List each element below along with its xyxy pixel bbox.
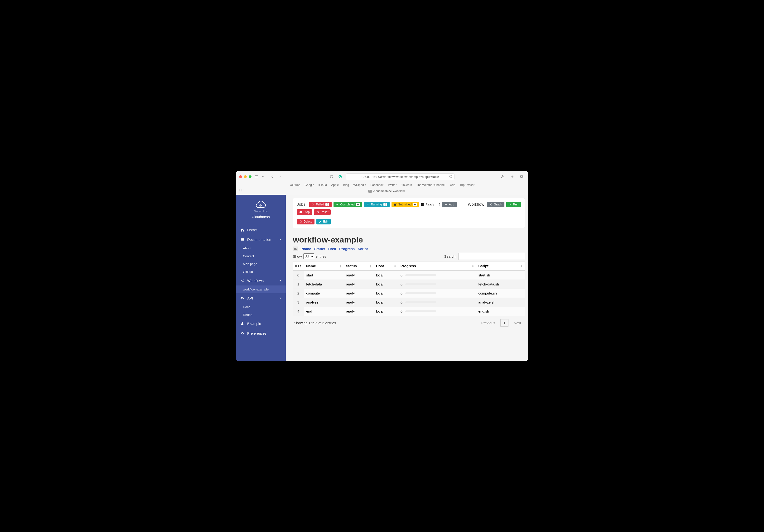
failed-button[interactable]: Failed0 bbox=[309, 201, 332, 207]
column-header[interactable]: Name▲▼ bbox=[304, 261, 343, 271]
nav-about[interactable]: About bbox=[236, 244, 286, 252]
column-link[interactable]: Progress bbox=[339, 247, 355, 251]
nav-documentation[interactable]: Documentation▼ bbox=[236, 235, 286, 244]
nav-workflows[interactable]: Workflows▼ bbox=[236, 276, 286, 286]
nav-docs[interactable]: Docs bbox=[236, 303, 286, 311]
nav-manpage[interactable]: Man page bbox=[236, 260, 286, 268]
show-label: Show bbox=[293, 254, 302, 258]
table-row: 0startreadylocal0start.sh bbox=[293, 271, 525, 280]
cell-progress: 0 bbox=[398, 271, 476, 280]
bookmark-link[interactable]: Facebook bbox=[370, 183, 383, 187]
nav-contact[interactable]: Contact bbox=[236, 252, 286, 260]
gear-icon bbox=[240, 332, 244, 335]
nav-api[interactable]: API▼ bbox=[236, 293, 286, 303]
column-header[interactable]: Script▲▼ bbox=[476, 261, 525, 271]
column-header[interactable]: Progress▲▼ bbox=[398, 261, 476, 271]
column-header[interactable]: Status▲▼ bbox=[343, 261, 374, 271]
bookmark-link[interactable]: Apple bbox=[331, 183, 339, 187]
home-icon bbox=[240, 228, 244, 232]
column-link[interactable]: Status bbox=[314, 247, 325, 251]
back-button[interactable] bbox=[269, 174, 275, 179]
nav-github[interactable]: GitHub bbox=[236, 268, 286, 276]
previous-button[interactable]: Previous bbox=[478, 320, 498, 326]
url-text: 127.0.0.1:8000/workflow/workflow-example… bbox=[361, 175, 439, 179]
column-link[interactable]: Name bbox=[301, 247, 311, 251]
reset-button[interactable]: Reset bbox=[314, 209, 331, 215]
forward-button[interactable] bbox=[277, 174, 284, 179]
entries-label: entries bbox=[316, 254, 326, 258]
minimize-window-button[interactable] bbox=[244, 175, 247, 178]
page-1-button[interactable]: 1 bbox=[500, 319, 508, 327]
bookmark-link[interactable]: The Weather Channel bbox=[416, 183, 445, 187]
completed-button[interactable]: Completed0 bbox=[333, 201, 362, 207]
search-input[interactable] bbox=[458, 253, 525, 260]
column-link[interactable]: ID bbox=[293, 246, 298, 251]
column-header[interactable]: Host▲▼ bbox=[374, 261, 398, 271]
svg-rect-8 bbox=[241, 238, 244, 239]
code-icon bbox=[240, 296, 244, 300]
delete-button[interactable]: Delete bbox=[297, 219, 314, 224]
stop-button[interactable]: Stop bbox=[297, 209, 312, 215]
nav-example[interactable]: Example bbox=[236, 319, 286, 329]
cell-id: 0 bbox=[293, 271, 304, 280]
running-button[interactable]: Running0 bbox=[364, 201, 390, 207]
chevron-down-icon: ▼ bbox=[279, 279, 282, 282]
brand: Cloudmesh.org Cloudmesh bbox=[236, 195, 286, 222]
grammarly-icon[interactable] bbox=[337, 174, 343, 179]
nav-home[interactable]: Home bbox=[236, 225, 286, 235]
new-tab-icon[interactable] bbox=[509, 174, 515, 179]
sort-icon: ▲▼ bbox=[339, 265, 342, 267]
bookmark-link[interactable]: Youtube bbox=[289, 183, 300, 187]
bookmark-link[interactable]: Bing bbox=[343, 183, 349, 187]
cell-status: ready bbox=[343, 307, 374, 316]
submitted-button[interactable]: Submitted0 bbox=[392, 201, 419, 207]
page-length-select[interactable]: All bbox=[303, 253, 314, 259]
table-row: 2computereadylocal0compute.sh bbox=[293, 289, 525, 298]
next-button[interactable]: Next bbox=[511, 320, 524, 326]
cell-script: end.sh bbox=[476, 307, 525, 316]
maximize-window-button[interactable] bbox=[249, 175, 252, 178]
list-icon bbox=[240, 238, 244, 241]
nav-workflow-example[interactable]: workflow-example bbox=[236, 286, 286, 293]
bookmark-link[interactable]: iCloud bbox=[318, 183, 327, 187]
tab-grid-icon[interactable]: ⋮⋮⋮⋮⋮⋮ bbox=[238, 190, 245, 193]
share-icon[interactable] bbox=[500, 174, 506, 179]
page-title: workflow-example bbox=[293, 235, 525, 244]
sort-icon: ▲▼ bbox=[299, 265, 302, 267]
svg-point-15 bbox=[368, 204, 368, 205]
browser-tab[interactable]: 1 cloudmesh-cc Workflow bbox=[368, 190, 405, 193]
edit-button[interactable]: Edit bbox=[316, 219, 331, 224]
add-button[interactable]: Add bbox=[442, 201, 457, 207]
column-header[interactable]: ID▲▼ bbox=[293, 261, 304, 271]
run-button[interactable]: Run bbox=[506, 201, 521, 207]
svg-rect-9 bbox=[241, 239, 244, 240]
ban-icon bbox=[299, 211, 302, 213]
table-row: 3analyzereadylocal0analyze.sh bbox=[293, 298, 525, 307]
bookmark-link[interactable]: Wikipedia bbox=[353, 183, 366, 187]
plus-icon bbox=[445, 203, 447, 206]
cell-host: local bbox=[374, 280, 398, 289]
chevron-down-icon[interactable] bbox=[262, 174, 265, 179]
flask-icon bbox=[240, 322, 244, 326]
close-window-button[interactable] bbox=[239, 175, 242, 178]
column-link[interactable]: Host bbox=[328, 247, 336, 251]
cell-id: 2 bbox=[293, 289, 304, 298]
bookmark-link[interactable]: TripAdvisor bbox=[460, 183, 475, 187]
external-link-icon bbox=[394, 203, 397, 206]
bookmark-link[interactable]: Yelp bbox=[450, 183, 455, 187]
graph-button[interactable]: Graph bbox=[487, 201, 504, 207]
sidebar-nav: Home Documentation▼ About Contact Man pa… bbox=[236, 225, 286, 338]
nav-redoc[interactable]: Redoc bbox=[236, 311, 286, 319]
tabs-overview-icon[interactable] bbox=[519, 174, 525, 179]
bookmark-link[interactable]: Google bbox=[304, 183, 314, 187]
bookmark-link[interactable]: Twitter bbox=[388, 183, 397, 187]
column-link[interactable]: Script bbox=[358, 247, 368, 251]
nav-preferences[interactable]: Preferences bbox=[236, 329, 286, 338]
sidebar-toggle-icon[interactable] bbox=[254, 174, 260, 179]
cell-host: local bbox=[374, 289, 398, 298]
bookmark-link[interactable]: LinkedIn bbox=[401, 183, 412, 187]
cell-id: 1 bbox=[293, 280, 304, 289]
shield-icon[interactable] bbox=[328, 174, 335, 179]
reload-icon[interactable] bbox=[449, 175, 452, 179]
address-bar[interactable]: 127.0.0.1:8000/workflow/workflow-example… bbox=[346, 173, 455, 180]
